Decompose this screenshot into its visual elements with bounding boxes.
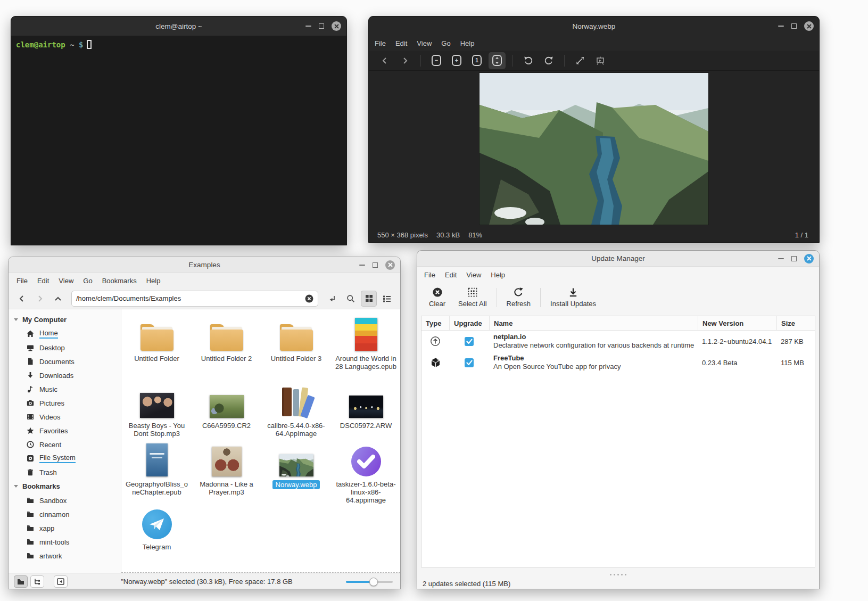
menu-go[interactable]: Go	[436, 39, 455, 47]
zoom-out-button[interactable]: −	[428, 52, 445, 69]
slider-thumb[interactable]	[369, 578, 378, 586]
column-size[interactable]: Size	[776, 316, 815, 330]
sidebar-item-music[interactable]: Music	[9, 382, 121, 396]
slideshow-button[interactable]	[592, 52, 609, 69]
sidebar-item-xapp[interactable]: xapp	[9, 521, 121, 535]
search-button[interactable]	[343, 291, 359, 307]
sidebar-item-favorites[interactable]: Favorites	[9, 424, 121, 438]
show-places-button[interactable]	[14, 575, 28, 588]
file-item[interactable]: GeographyofBliss_oneChapter.epub	[122, 443, 192, 508]
minimize-button[interactable]	[305, 26, 311, 27]
column-name[interactable]: Name	[489, 316, 698, 330]
hide-sidebar-button[interactable]	[54, 575, 68, 588]
file-item[interactable]: C66A5959.CR2	[192, 384, 261, 443]
sidebar-item-trash[interactable]: Trash	[9, 465, 121, 479]
up-button[interactable]	[50, 291, 66, 307]
back-button[interactable]	[14, 291, 30, 307]
menu-go[interactable]: Go	[78, 277, 97, 285]
toggle-location-entry-button[interactable]	[325, 291, 341, 307]
pane-resize-grip[interactable]	[417, 571, 819, 578]
minimize-button[interactable]	[359, 265, 365, 266]
column-upgrade[interactable]: Upgrade	[449, 316, 489, 330]
menu-view[interactable]: View	[461, 271, 486, 279]
menu-file[interactable]: File	[370, 39, 391, 47]
menu-help[interactable]: Help	[486, 271, 510, 279]
rotate-left-button[interactable]	[520, 52, 537, 69]
icon-view-button[interactable]	[361, 291, 377, 307]
zoom-slider[interactable]	[346, 578, 393, 586]
menu-edit[interactable]: Edit	[32, 277, 54, 285]
table-row[interactable]: netplan.io Declarative network configura…	[421, 331, 815, 352]
sidebar-item-desktop[interactable]: Desktop	[9, 341, 121, 355]
file-item[interactable]: Telegram	[122, 508, 192, 573]
maximize-button[interactable]	[791, 256, 797, 261]
close-button[interactable]	[804, 21, 814, 31]
column-new-version[interactable]: New Version	[698, 316, 776, 330]
maximize-button[interactable]	[791, 23, 797, 29]
menu-help[interactable]: Help	[142, 277, 166, 285]
file-item[interactable]: Beasty Boys - You Dont Stop.mp3	[122, 384, 192, 443]
files-icon-view[interactable]: Untitled Folder Untitled Folder 2 Untitl…	[121, 309, 400, 573]
file-item[interactable]: taskizer-1.6.0-beta-linux-x86-64.appimag…	[331, 443, 400, 508]
column-type[interactable]: Type	[421, 316, 449, 330]
fullscreen-button[interactable]	[572, 52, 589, 69]
show-treeview-button[interactable]	[30, 575, 44, 588]
menu-file[interactable]: File	[419, 271, 440, 279]
file-item[interactable]: Untitled Folder	[122, 316, 192, 384]
location-entry[interactable]: /home/clem/Documents/Examples	[71, 291, 318, 307]
menu-file[interactable]: File	[12, 277, 32, 285]
close-button[interactable]	[804, 254, 814, 264]
clear-location-icon[interactable]	[305, 294, 313, 303]
sidebar-item-downloads[interactable]: Downloads	[9, 368, 121, 382]
close-button[interactable]	[332, 21, 341, 31]
terminal-screen[interactable]: clem@airtop ~ $	[11, 36, 346, 245]
toolbar-separator	[540, 288, 541, 307]
zoom-in-button[interactable]: +	[448, 52, 465, 69]
sidebar-item-mint-tools[interactable]: mint-tools	[9, 535, 121, 549]
file-item[interactable]: Untitled Folder 3	[261, 316, 331, 384]
close-button[interactable]	[385, 260, 395, 270]
clear-button[interactable]: Clear	[423, 285, 452, 310]
menu-view[interactable]: View	[412, 39, 436, 47]
upgrade-checkbox[interactable]	[465, 358, 474, 367]
previous-image-button[interactable]	[376, 52, 393, 69]
list-view-button[interactable]	[379, 291, 395, 307]
sidebar-section-bookmarks[interactable]: Bookmarks	[9, 479, 121, 493]
sidebar-item-pictures[interactable]: Pictures	[9, 396, 121, 410]
viewer-canvas[interactable]	[369, 71, 819, 226]
sidebar-section-my-computer[interactable]: My Computer	[9, 312, 121, 327]
minimize-button[interactable]	[778, 258, 784, 259]
maximize-button[interactable]	[319, 23, 324, 29]
sidebar-item-videos[interactable]: Videos	[9, 410, 121, 424]
file-item[interactable]: DSC05972.ARW	[331, 384, 400, 443]
sidebar-item-sandbox[interactable]: Sandbox	[9, 493, 121, 507]
file-item[interactable]: Untitled Folder 2	[192, 316, 261, 384]
rotate-right-button[interactable]	[540, 52, 557, 69]
file-item[interactable]: Madonna - Like a Prayer.mp3	[192, 443, 261, 508]
minimize-button[interactable]	[778, 26, 784, 27]
sidebar-item-home[interactable]: Home	[9, 327, 121, 341]
next-image-button[interactable]	[396, 52, 414, 69]
zoom-normal-button[interactable]: 1	[468, 52, 485, 69]
sidebar-item-artwork[interactable]: artwork	[9, 549, 121, 563]
file-item[interactable]: calibre-5.44.0-x86-64.AppImage	[261, 384, 331, 443]
sidebar-item-cinnamon[interactable]: cinnamon	[9, 507, 121, 521]
menu-help[interactable]: Help	[456, 39, 480, 47]
maximize-button[interactable]	[373, 262, 378, 268]
forward-button[interactable]	[32, 291, 48, 307]
upgrade-checkbox[interactable]	[465, 337, 474, 346]
menu-edit[interactable]: Edit	[391, 39, 412, 47]
refresh-button[interactable]: Refresh	[500, 285, 538, 310]
install-updates-button[interactable]: Install Updates	[544, 285, 602, 310]
sidebar-item-documents[interactable]: Documents	[9, 355, 121, 368]
menu-edit[interactable]: Edit	[440, 271, 461, 279]
best-fit-button[interactable]	[489, 52, 506, 69]
file-item-selected[interactable]: Norway.webp	[261, 443, 331, 508]
sidebar-item-recent[interactable]: Recent	[9, 438, 121, 451]
menu-bookmarks[interactable]: Bookmarks	[97, 277, 142, 285]
sidebar-item-file-system[interactable]: File System	[9, 451, 121, 465]
select-all-button[interactable]: Select All	[452, 285, 493, 310]
file-item[interactable]: Around the World in 28 Languages.epub	[331, 316, 400, 384]
menu-view[interactable]: View	[54, 277, 78, 285]
table-row[interactable]: FreeTube An Open Source YouTube app for …	[421, 352, 815, 373]
